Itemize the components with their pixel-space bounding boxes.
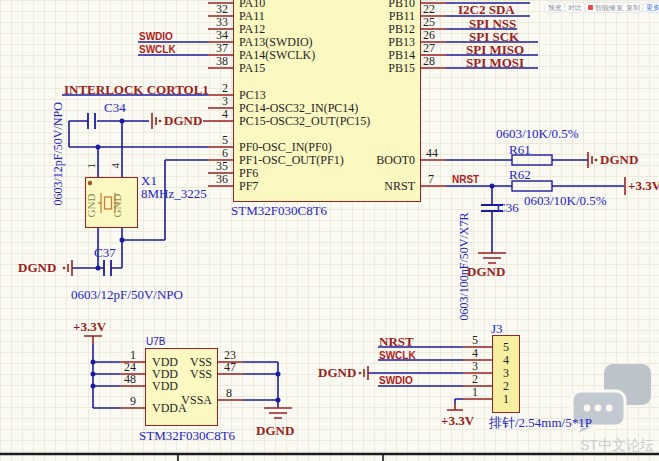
viewer-chip-enhance[interactable]: 智能修复 <box>584 2 627 13</box>
power-pin-number: 47 <box>224 361 236 373</box>
mcu-pin-name: PA11 <box>239 10 265 22</box>
mcu-pin-name: PB11 <box>335 10 415 22</box>
mcu-pin-name: PB10 <box>335 0 415 9</box>
power-label-3v3: +3.3V <box>73 320 106 333</box>
mcu-pin-number: 33 <box>204 16 228 28</box>
viewer-chip-label: 预览 <box>548 3 562 12</box>
value-c36: 0603/100nF/50V/X7R <box>458 197 471 321</box>
viewer-chip-label: 复制 <box>626 3 640 12</box>
mcu-pin-number: 22 <box>423 3 435 15</box>
viewer-chip-label: 智能修复 <box>595 3 623 12</box>
schematic-canvas: PA10 PA11 PA12 PA13(SWDIO) PA14(SWCLK) P… <box>0 0 659 461</box>
mcu-pin-name: PA15 <box>239 62 265 74</box>
mcu-pin-name: PB14 <box>335 49 415 61</box>
viewer-chip-compare[interactable]: 对比 <box>564 2 586 13</box>
mcu-pin-name: PA13(SWDIO) <box>239 36 313 48</box>
mcu-pin-number: 27 <box>423 42 435 54</box>
power-pin-name: VSS <box>152 368 212 380</box>
mcu-pin-number: 4 <box>204 108 228 120</box>
crystal-pin-number: 4 <box>109 158 121 169</box>
power-pin-name: VDD <box>152 380 178 392</box>
mcu-pin-name: PA14(SWCLK) <box>239 49 315 61</box>
net-label-swdio-j3: SWDIO <box>379 376 413 386</box>
connector-pin-number: 5 <box>466 334 478 346</box>
crystal-gnd-label: GND <box>86 188 97 218</box>
mcu-pin-number: 25 <box>423 16 435 28</box>
p3v3-bar-u7b <box>84 336 102 344</box>
mcu-pin-number: 32 <box>204 3 228 15</box>
net-label-spi-mosi: SPI MOSI <box>466 56 524 69</box>
net-label-swdio: SWDIO <box>139 32 173 42</box>
mcu-pin-name: PF0-OSC_IN(PF0) <box>239 141 332 153</box>
designator-r61: R61 <box>509 143 531 156</box>
mcu-pin-number: 5 <box>204 134 228 146</box>
power-block-part-label: STM32F030C8T6 <box>139 429 235 442</box>
mcu-pin-name: PB15 <box>335 62 415 74</box>
mcu-pin-name: PC15-OSC32_OUT(PC15) <box>239 115 370 127</box>
mcu-pin-name: PB12 <box>335 23 415 35</box>
net-label-swclk: SWCLK <box>139 45 176 55</box>
mcu-pin-number: 28 <box>423 55 435 67</box>
connector-pin-number: 2 <box>466 373 478 385</box>
connector-pin-number-inner: 3 <box>493 367 519 379</box>
net-label-nrst: NRST <box>452 175 479 185</box>
viewer-chip-copy[interactable]: 复制 <box>622 2 644 13</box>
value-r62: 0603/10K/0.5% <box>524 194 607 207</box>
mcu-pin-name: PC13 <box>239 89 266 101</box>
connector-pin-number-inner: 2 <box>493 380 519 392</box>
power-label-dgnd: DGND <box>318 366 356 379</box>
earth-ground-c36 <box>478 253 506 263</box>
mcu-pin-name: PF1-OSC_OUT(PF1) <box>239 154 344 166</box>
mcu-pin-number: 44 <box>426 147 438 159</box>
mcu-pin-number: 26 <box>423 29 435 41</box>
dgnd-bar-c34 <box>152 113 156 129</box>
dgnd-bar-c37 <box>68 260 72 276</box>
net-label-i2c2-sda: I2C2 SDA <box>458 3 515 16</box>
designator-c36: C36 <box>497 201 519 214</box>
mcu-pin-number: 7 <box>428 173 434 185</box>
dgnd-bar-j3 <box>364 366 368 380</box>
connector-pin-number-inner: 5 <box>493 341 519 353</box>
viewer-chip-preview[interactable]: 预览 <box>544 2 566 13</box>
power-pin-number: 9 <box>112 395 136 407</box>
power-pin-number: 8 <box>226 387 232 399</box>
value-j3: 排针/2.54mm/5*1P <box>489 416 592 429</box>
power-label-dgnd: DGND <box>164 114 202 127</box>
mcu-pin-number: 35 <box>204 160 228 172</box>
power-pin-number: 48 <box>112 373 136 385</box>
mcu-pin-name: PA10 <box>239 0 265 9</box>
enhance-icon <box>588 5 593 10</box>
mcu-pin-name: NRST <box>335 180 415 192</box>
mcu-part-label: STM32F030C8T6 <box>231 204 327 217</box>
wires-layer <box>0 0 659 461</box>
mcu-pin-name: BOOT0 <box>335 154 415 166</box>
value-r61: 0603/10K/0.5% <box>496 127 579 140</box>
connector-pin-number: 1 <box>466 386 478 398</box>
designator-u7b: U7B <box>146 337 165 347</box>
designator-r62: R62 <box>509 168 531 181</box>
p3v3-bar-j3 <box>447 404 463 410</box>
value-c37: 0603/12pF/50V/NPO <box>71 288 183 301</box>
connector-pin-number: 4 <box>466 347 478 359</box>
mcu-pin-number: 6 <box>204 147 228 159</box>
power-label-3v3: +3.3V <box>628 179 659 192</box>
mcu-pin-number: 34 <box>204 29 228 41</box>
sheet-border <box>0 454 659 461</box>
mcu-pin-name: PF7 <box>239 180 258 192</box>
mcu-pin-name: PC14-OSC32_IN(PC14) <box>239 102 358 114</box>
designator-c34: C34 <box>104 101 126 114</box>
mcu-pin-name: PA12 <box>239 23 265 35</box>
crystal-gnd-label: GND <box>112 188 123 218</box>
crystal-pin-number: 1 <box>85 158 97 169</box>
value-c34: 0603/12pF/50V/NPO <box>52 96 65 206</box>
mcu-pin-name: PB13 <box>335 36 415 48</box>
net-label-interlock: INTERLOCK CORTOL1 <box>64 83 209 96</box>
viewer-chip-more[interactable]: 更多操作 ⌄ <box>642 2 659 13</box>
power-label-dgnd: DGND <box>600 153 638 166</box>
viewer-chip-label: 更多操作 ⌄ <box>646 3 659 12</box>
net-label-nrst-j3: NRST <box>379 335 414 348</box>
connector-pin-number-inner: 1 <box>493 393 519 405</box>
power-label-dgnd: DGND <box>256 424 294 437</box>
power-label-3v3: +3.3V <box>441 414 474 427</box>
mcu-pin-number: 38 <box>204 55 228 67</box>
